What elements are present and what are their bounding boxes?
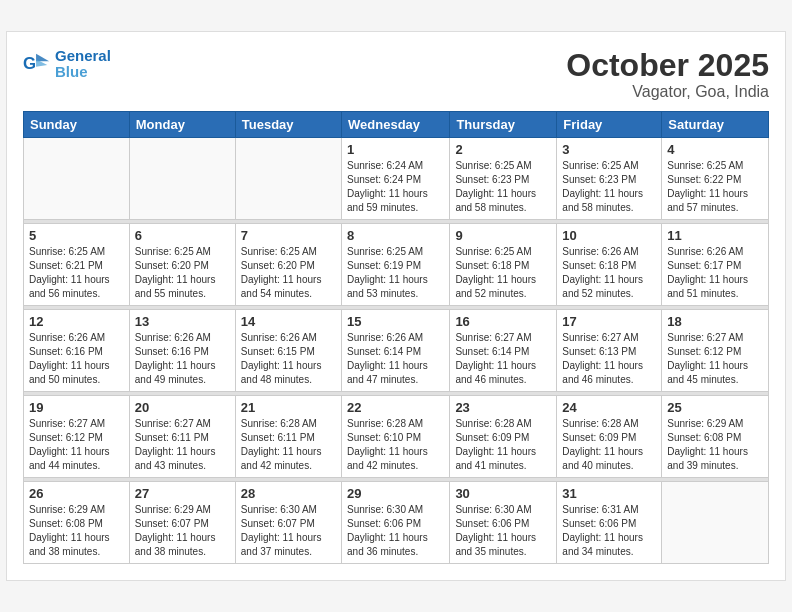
day-info: Sunrise: 6:27 AM Sunset: 6:13 PM Dayligh… [562, 331, 656, 387]
day-cell: 13Sunrise: 6:26 AM Sunset: 6:16 PM Dayli… [129, 310, 235, 392]
day-number: 27 [135, 486, 230, 501]
day-number: 16 [455, 314, 551, 329]
week-row-4: 19Sunrise: 6:27 AM Sunset: 6:12 PM Dayli… [24, 396, 769, 478]
calendar-grid: SundayMondayTuesdayWednesdayThursdayFrid… [23, 111, 769, 564]
header: G General Blue October 2025 Vagator, Goa… [23, 48, 769, 101]
day-info: Sunrise: 6:28 AM Sunset: 6:09 PM Dayligh… [562, 417, 656, 473]
day-number: 28 [241, 486, 336, 501]
day-cell: 26Sunrise: 6:29 AM Sunset: 6:08 PM Dayli… [24, 482, 130, 564]
day-number: 26 [29, 486, 124, 501]
day-number: 2 [455, 142, 551, 157]
day-number: 18 [667, 314, 763, 329]
title-section: October 2025 Vagator, Goa, India [566, 48, 769, 101]
day-number: 10 [562, 228, 656, 243]
day-number: 5 [29, 228, 124, 243]
day-info: Sunrise: 6:25 AM Sunset: 6:20 PM Dayligh… [241, 245, 336, 301]
day-number: 24 [562, 400, 656, 415]
day-cell: 23Sunrise: 6:28 AM Sunset: 6:09 PM Dayli… [450, 396, 557, 478]
day-info: Sunrise: 6:25 AM Sunset: 6:21 PM Dayligh… [29, 245, 124, 301]
day-cell: 17Sunrise: 6:27 AM Sunset: 6:13 PM Dayli… [557, 310, 662, 392]
day-cell: 10Sunrise: 6:26 AM Sunset: 6:18 PM Dayli… [557, 224, 662, 306]
day-cell: 19Sunrise: 6:27 AM Sunset: 6:12 PM Dayli… [24, 396, 130, 478]
day-number: 23 [455, 400, 551, 415]
logo: G General Blue [23, 48, 111, 81]
weekday-saturday: Saturday [662, 112, 769, 138]
day-info: Sunrise: 6:25 AM Sunset: 6:22 PM Dayligh… [667, 159, 763, 215]
logo-line1: General [55, 47, 111, 64]
week-row-1: 1Sunrise: 6:24 AM Sunset: 6:24 PM Daylig… [24, 138, 769, 220]
day-cell: 12Sunrise: 6:26 AM Sunset: 6:16 PM Dayli… [24, 310, 130, 392]
day-info: Sunrise: 6:25 AM Sunset: 6:19 PM Dayligh… [347, 245, 444, 301]
day-cell [235, 138, 341, 220]
day-number: 17 [562, 314, 656, 329]
day-number: 1 [347, 142, 444, 157]
location: Vagator, Goa, India [566, 83, 769, 101]
weekday-header-row: SundayMondayTuesdayWednesdayThursdayFrid… [24, 112, 769, 138]
day-info: Sunrise: 6:29 AM Sunset: 6:08 PM Dayligh… [667, 417, 763, 473]
week-row-5: 26Sunrise: 6:29 AM Sunset: 6:08 PM Dayli… [24, 482, 769, 564]
day-cell [129, 138, 235, 220]
weekday-sunday: Sunday [24, 112, 130, 138]
day-info: Sunrise: 6:26 AM Sunset: 6:15 PM Dayligh… [241, 331, 336, 387]
weekday-thursday: Thursday [450, 112, 557, 138]
day-info: Sunrise: 6:25 AM Sunset: 6:23 PM Dayligh… [562, 159, 656, 215]
day-number: 4 [667, 142, 763, 157]
day-cell: 18Sunrise: 6:27 AM Sunset: 6:12 PM Dayli… [662, 310, 769, 392]
day-cell: 29Sunrise: 6:30 AM Sunset: 6:06 PM Dayli… [342, 482, 450, 564]
day-info: Sunrise: 6:28 AM Sunset: 6:11 PM Dayligh… [241, 417, 336, 473]
day-info: Sunrise: 6:26 AM Sunset: 6:18 PM Dayligh… [562, 245, 656, 301]
day-info: Sunrise: 6:26 AM Sunset: 6:16 PM Dayligh… [29, 331, 124, 387]
day-cell: 8Sunrise: 6:25 AM Sunset: 6:19 PM Daylig… [342, 224, 450, 306]
day-info: Sunrise: 6:28 AM Sunset: 6:09 PM Dayligh… [455, 417, 551, 473]
day-cell: 22Sunrise: 6:28 AM Sunset: 6:10 PM Dayli… [342, 396, 450, 478]
day-cell: 6Sunrise: 6:25 AM Sunset: 6:20 PM Daylig… [129, 224, 235, 306]
day-info: Sunrise: 6:25 AM Sunset: 6:20 PM Dayligh… [135, 245, 230, 301]
day-number: 3 [562, 142, 656, 157]
week-row-2: 5Sunrise: 6:25 AM Sunset: 6:21 PM Daylig… [24, 224, 769, 306]
day-info: Sunrise: 6:27 AM Sunset: 6:14 PM Dayligh… [455, 331, 551, 387]
day-info: Sunrise: 6:31 AM Sunset: 6:06 PM Dayligh… [562, 503, 656, 559]
day-cell [662, 482, 769, 564]
day-number: 19 [29, 400, 124, 415]
weekday-friday: Friday [557, 112, 662, 138]
day-cell: 9Sunrise: 6:25 AM Sunset: 6:18 PM Daylig… [450, 224, 557, 306]
day-cell: 3Sunrise: 6:25 AM Sunset: 6:23 PM Daylig… [557, 138, 662, 220]
day-number: 31 [562, 486, 656, 501]
logo-line2: Blue [55, 64, 111, 81]
day-info: Sunrise: 6:25 AM Sunset: 6:23 PM Dayligh… [455, 159, 551, 215]
weekday-monday: Monday [129, 112, 235, 138]
day-number: 6 [135, 228, 230, 243]
day-info: Sunrise: 6:28 AM Sunset: 6:10 PM Dayligh… [347, 417, 444, 473]
day-info: Sunrise: 6:27 AM Sunset: 6:12 PM Dayligh… [29, 417, 124, 473]
day-cell: 14Sunrise: 6:26 AM Sunset: 6:15 PM Dayli… [235, 310, 341, 392]
day-info: Sunrise: 6:25 AM Sunset: 6:18 PM Dayligh… [455, 245, 551, 301]
day-number: 13 [135, 314, 230, 329]
weekday-tuesday: Tuesday [235, 112, 341, 138]
day-cell: 11Sunrise: 6:26 AM Sunset: 6:17 PM Dayli… [662, 224, 769, 306]
logo-icon: G [23, 50, 51, 78]
day-cell: 20Sunrise: 6:27 AM Sunset: 6:11 PM Dayli… [129, 396, 235, 478]
day-number: 14 [241, 314, 336, 329]
day-info: Sunrise: 6:27 AM Sunset: 6:12 PM Dayligh… [667, 331, 763, 387]
day-number: 25 [667, 400, 763, 415]
day-number: 29 [347, 486, 444, 501]
day-cell: 24Sunrise: 6:28 AM Sunset: 6:09 PM Dayli… [557, 396, 662, 478]
day-number: 11 [667, 228, 763, 243]
day-number: 7 [241, 228, 336, 243]
weekday-wednesday: Wednesday [342, 112, 450, 138]
day-number: 21 [241, 400, 336, 415]
day-cell: 5Sunrise: 6:25 AM Sunset: 6:21 PM Daylig… [24, 224, 130, 306]
day-cell: 7Sunrise: 6:25 AM Sunset: 6:20 PM Daylig… [235, 224, 341, 306]
svg-marker-2 [36, 54, 49, 61]
day-number: 22 [347, 400, 444, 415]
day-cell: 16Sunrise: 6:27 AM Sunset: 6:14 PM Dayli… [450, 310, 557, 392]
day-cell: 15Sunrise: 6:26 AM Sunset: 6:14 PM Dayli… [342, 310, 450, 392]
day-cell: 25Sunrise: 6:29 AM Sunset: 6:08 PM Dayli… [662, 396, 769, 478]
day-info: Sunrise: 6:30 AM Sunset: 6:06 PM Dayligh… [347, 503, 444, 559]
day-info: Sunrise: 6:30 AM Sunset: 6:07 PM Dayligh… [241, 503, 336, 559]
logo-text: General Blue [55, 48, 111, 81]
day-info: Sunrise: 6:26 AM Sunset: 6:17 PM Dayligh… [667, 245, 763, 301]
day-number: 20 [135, 400, 230, 415]
day-number: 12 [29, 314, 124, 329]
day-info: Sunrise: 6:30 AM Sunset: 6:06 PM Dayligh… [455, 503, 551, 559]
